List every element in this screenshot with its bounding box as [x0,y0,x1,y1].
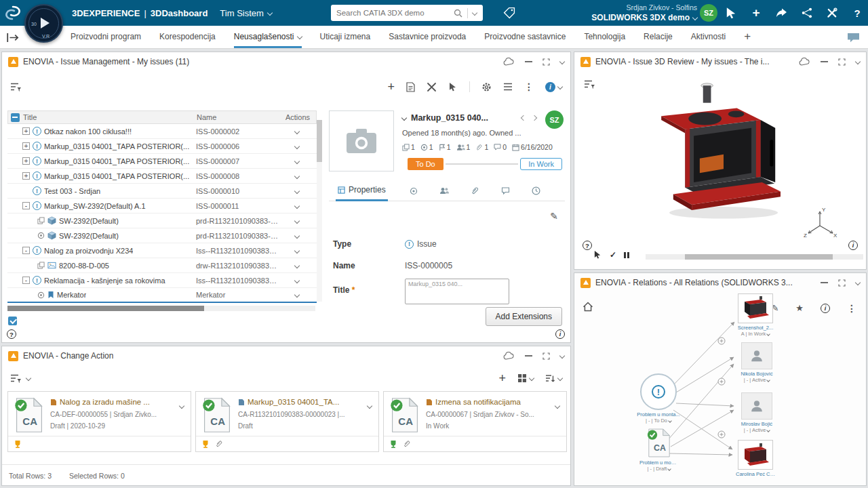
select-cursor-icon[interactable] [593,250,602,260]
tab-aktivnosti[interactable]: Aktivnosti [691,26,726,48]
tab-properties[interactable]: Properties [336,181,388,201]
maturity-cup-icon[interactable] [389,440,397,449]
attachment-icon[interactable] [403,440,411,448]
widget-menu-chevron[interactable] [855,59,861,64]
row-actions-chevron[interactable] [294,158,300,163]
help-icon[interactable]: ? [583,241,592,250]
sidebar-toggle-icon[interactable] [7,33,19,43]
share-pointer-icon[interactable] [726,7,736,19]
issue-title[interactable]: Otkaz nakon 100 ciklusa!!! [44,127,132,136]
sort-control[interactable] [545,374,562,383]
node-name[interactable]: Miroslav Bojić [737,421,776,427]
table-row-child[interactable]: Merkator Merkator [7,288,317,303]
node-name[interactable]: Nikola Bojović [737,371,776,377]
change-action-card[interactable]: CA Nalog za izradu mašine ... CA-DEF-000… [7,391,191,452]
row-actions-chevron[interactable] [294,203,300,208]
chevron-down-icon[interactable] [668,467,672,471]
next-item-chevron[interactable] [532,115,537,121]
expand-toggle[interactable]: + [22,127,30,135]
search-options-chevron[interactable] [472,10,477,16]
user-account[interactable]: Srdjan Zivkov - Solfins SOLIDWORKS 3DX d… [591,3,697,23]
tab-korespodencija[interactable]: Korespodencija [159,26,216,48]
issue-title[interactable]: Markup_0315 04001_TAPA POSTERIOR(... [44,142,189,150]
tab-history-icon[interactable] [532,186,540,195]
info-icon[interactable]: i [848,241,858,250]
help-icon[interactable]: ? [852,7,863,19]
expand-toggle[interactable]: - [22,247,30,254]
scrollbar-thumb[interactable] [317,120,322,162]
issue-title[interactable]: Reklamacija - kašnjenje sa rokovima [44,277,165,285]
attachment-icon[interactable] [215,440,223,448]
card-expand-chevron[interactable] [367,403,372,409]
tag-icon[interactable] [503,7,515,19]
owner-avatar[interactable]: SZ [545,110,564,129]
node-name[interactable]: Screenshot_2... [736,325,775,331]
validate-icon[interactable]: ✓ [610,250,616,260]
change-action-card[interactable]: CA Izmena sa notifikacijama CA-00000067 … [383,391,567,452]
table-row[interactable]: +!Markup_0315 04001_TAPA POSTERIOR(... I… [7,169,317,184]
card-expand-chevron[interactable] [179,403,184,409]
tab-attachments-icon[interactable] [471,186,479,195]
node-name[interactable]: Problem u mont... [639,460,679,466]
issue-title[interactable]: Markup_SW-2392(Default) A.1 [44,202,146,210]
comments-icon[interactable] [847,33,860,43]
collapse-chevron[interactable] [401,115,407,121]
maximize-icon[interactable] [542,58,550,66]
row-actions-chevron[interactable] [294,292,300,298]
node-name[interactable]: Problem u monta... [637,411,680,418]
minimize-icon[interactable] [525,61,532,62]
expand-toggle[interactable]: + [22,142,30,150]
info-menu[interactable]: i [545,82,562,92]
status-todo-pill[interactable]: To Do [408,158,443,170]
card-title[interactable]: Izmena sa notifikacijama [435,398,521,406]
table-row[interactable]: -!Reklamacija - kašnjenje sa rokovima Is… [7,273,317,288]
related-object-title[interactable]: Merkator [57,291,86,299]
chevron-down-icon[interactable] [766,378,770,382]
add-icon[interactable]: + [751,7,762,19]
issue-title[interactable]: Nalog za proizvodnju X234 [44,247,133,255]
select-all-checkbox[interactable] [8,317,17,325]
widget-menu-chevron[interactable] [559,59,565,64]
share-arrow-icon[interactable] [776,7,787,19]
cloud-icon[interactable] [503,58,515,66]
edit-pencil-icon[interactable]: ✎ [550,211,558,222]
add-tab-button[interactable]: + [744,26,751,48]
tab-location-icon[interactable] [410,187,418,195]
export-report-icon[interactable] [406,82,415,92]
relation-node-screenshot[interactable]: Screenshot_2... A | In Work [736,293,775,337]
select-cursor-icon[interactable] [448,82,458,92]
filter-icon[interactable] [584,79,597,89]
table-row-child[interactable]: 8200-88-D-005 drw-R1132101090383-0... [7,258,317,273]
share-network-icon[interactable] [802,7,812,19]
row-actions-chevron[interactable] [294,232,300,238]
horizontal-scrollbar[interactable] [7,306,315,311]
tools-icon[interactable] [827,7,837,19]
table-row[interactable]: -!Markup_SW-2392(Default) A.1 ISS-000001… [7,199,317,214]
create-change-action-button[interactable]: + [498,372,506,384]
view-switcher[interactable] [517,373,534,383]
scrollbar-thumb[interactable] [685,254,833,260]
create-issue-button[interactable]: + [387,81,395,93]
relation-node-issue[interactable]: ! Problem u monta... | - | To Do [637,373,680,424]
related-object-title[interactable]: 8200-88-D-005 [59,262,109,270]
more-options-icon[interactable]: ⋮ [524,82,534,92]
tab-neusaglasenosti[interactable]: Neusaglašenosti [234,26,302,48]
search-input[interactable] [331,9,454,17]
change-action-card[interactable]: CA Markup_0315 04001_TA... CA-R113210109… [195,391,379,452]
tab-comments-icon[interactable] [501,187,510,195]
widget-menu-chevron[interactable] [559,353,565,359]
tab-tehnologija[interactable]: Tehnologija [584,26,625,48]
maximize-icon[interactable] [838,58,846,66]
pause-icon[interactable] [624,252,629,258]
relation-node-person[interactable]: Miroslav Bojić | - | Active [737,392,776,433]
maturity-cup-icon[interactable] [201,440,210,449]
status-inwork-pill[interactable]: In Work [520,158,562,170]
table-row[interactable]: +!Markup_0315 04001_TAPA POSTERIOR(... I… [7,154,317,169]
column-header-name[interactable]: Name [197,113,279,121]
table-row[interactable]: +!Markup_0315 04001_TAPA POSTERIOR(... I… [7,139,317,154]
row-actions-chevron[interactable] [294,218,300,223]
expand-toggle[interactable]: + [22,157,30,165]
maturity-cup-icon[interactable] [14,440,22,449]
chevron-down-icon[interactable] [766,332,770,336]
3d-compass[interactable]: 30 V.R [24,4,63,43]
